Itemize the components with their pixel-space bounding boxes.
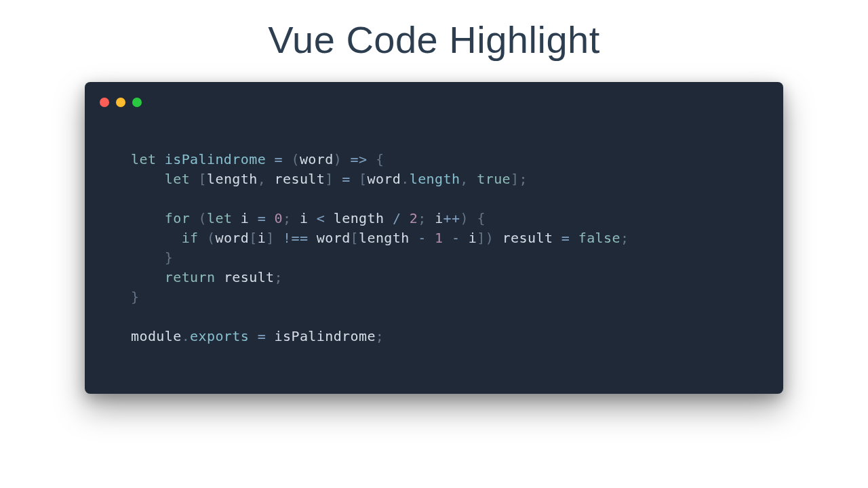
- token-punc: ]: [511, 171, 519, 187]
- token-punc: ;: [519, 171, 527, 187]
- token-kw: return: [165, 269, 216, 285]
- token-punc: [: [249, 230, 257, 246]
- token-punc: [: [199, 171, 207, 187]
- token-punc: (: [199, 210, 207, 226]
- token-op: -: [452, 230, 460, 246]
- token-op: <: [317, 210, 325, 226]
- token-id: word: [317, 230, 351, 246]
- token-num: 1: [435, 230, 443, 246]
- token-punc: ): [460, 210, 468, 226]
- token-id: i: [241, 210, 249, 226]
- token-op: =: [258, 210, 266, 226]
- token-punc: (: [291, 151, 299, 167]
- token-op: =: [275, 151, 283, 167]
- token-prop: exports: [190, 328, 249, 344]
- token-param: word: [300, 151, 334, 167]
- token-punc: .: [401, 171, 409, 187]
- token-punc: {: [477, 210, 485, 226]
- token-id: i: [469, 230, 477, 246]
- window-titlebar: [85, 82, 783, 117]
- token-id: result: [275, 171, 326, 187]
- token-kw: let: [131, 151, 156, 167]
- token-punc: ): [486, 230, 494, 246]
- token-num: 2: [410, 210, 418, 226]
- token-punc: [: [359, 171, 367, 187]
- token-prop: length: [410, 171, 460, 187]
- token-kw: let: [165, 171, 190, 187]
- token-id: length: [334, 210, 384, 226]
- token-punc: ): [334, 151, 342, 167]
- token-op: -: [418, 230, 426, 246]
- token-fn: isPalindrome: [165, 151, 266, 167]
- token-bool: false: [578, 230, 620, 246]
- token-kw: if: [182, 230, 199, 246]
- token-id: result: [502, 230, 553, 246]
- token-punc: (: [207, 230, 215, 246]
- token-punc: ;: [283, 210, 291, 226]
- token-op: =>: [351, 151, 368, 167]
- page-title: Vue Code Highlight: [268, 18, 599, 62]
- token-op: /: [393, 210, 401, 226]
- token-id: result: [224, 269, 275, 285]
- close-icon[interactable]: [100, 98, 109, 107]
- token-id: module: [131, 328, 182, 344]
- token-bool: true: [477, 171, 511, 187]
- code-editor-window: let isPalindrome = (word) => { let [leng…: [85, 82, 783, 394]
- token-punc: ;: [275, 269, 283, 285]
- token-id: length: [359, 230, 410, 246]
- token-punc: {: [376, 151, 384, 167]
- token-punc: ,: [258, 171, 266, 187]
- token-op: =: [561, 230, 570, 246]
- token-id: isPalindrome: [275, 328, 376, 344]
- token-punc: }: [131, 289, 139, 305]
- token-id: length: [207, 171, 258, 187]
- token-punc: ]: [477, 230, 485, 246]
- token-op: ++: [443, 210, 460, 226]
- token-op: !==: [283, 230, 308, 246]
- token-punc: [: [351, 230, 359, 246]
- token-punc: ,: [460, 171, 468, 187]
- page-root: Vue Code Highlight let isPalindrome = (w…: [0, 0, 868, 394]
- token-num: 0: [275, 210, 283, 226]
- token-punc: ;: [620, 230, 629, 246]
- token-id: i: [300, 210, 308, 226]
- token-op: =: [342, 171, 350, 187]
- token-punc: ]: [266, 230, 274, 246]
- token-punc: .: [182, 328, 190, 344]
- minimize-icon[interactable]: [116, 98, 125, 107]
- token-kw: for: [165, 210, 190, 226]
- token-punc: ]: [325, 171, 333, 187]
- token-id: word: [367, 171, 401, 187]
- token-id: word: [215, 230, 249, 246]
- token-id: i: [258, 230, 266, 246]
- code-block: let isPalindrome = (word) => { let [leng…: [85, 117, 783, 346]
- token-punc: }: [165, 249, 173, 266]
- token-punc: ;: [376, 328, 384, 344]
- token-op: =: [258, 328, 266, 344]
- zoom-icon[interactable]: [132, 98, 142, 107]
- token-id: i: [435, 210, 443, 226]
- token-punc: ;: [418, 210, 426, 226]
- token-kw: let: [207, 210, 232, 226]
